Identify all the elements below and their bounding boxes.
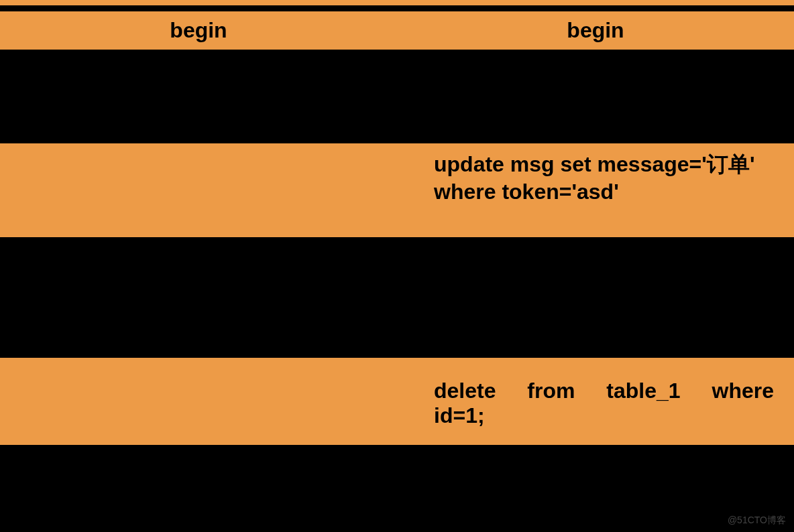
header-right: begin [397,11,794,50]
black-row-1 [0,50,794,143]
top-black-row [0,5,794,11]
cell-row4-left [0,358,397,445]
delete-word-1: delete [434,379,496,403]
delete-statement-line1: delete from table_1 where [434,379,774,403]
delete-word-3: table_1 [606,379,680,403]
watermark: @51CTO博客 [728,515,786,527]
delete-row: delete from table_1 where id=1; [0,358,794,445]
delete-statement-line2: id=1; [434,403,774,428]
update-statement-line1: update msg set message='订单' [434,150,774,180]
cell-row3-left [0,237,397,358]
cell-row4-right: delete from table_1 where id=1; [397,358,794,445]
transaction-table: begin begin update msg set message='订单' … [0,0,794,445]
update-statement-line2: where token='asd' [434,180,774,204]
cell-row2-left [0,143,397,237]
header-row: begin begin [0,11,794,50]
cell-row1-left [0,50,397,143]
header-left: begin [0,11,397,50]
cell-row2-right: update msg set message='订单' where token=… [397,143,794,211]
cell-row3-right [397,237,794,358]
delete-word-4: where [712,379,774,403]
cell-row1-right [397,50,794,143]
top-divider-row [0,0,794,5]
delete-word-2: from [527,379,575,403]
black-row-2 [0,237,794,358]
update-row: update msg set message='订单' where token=… [0,143,794,237]
